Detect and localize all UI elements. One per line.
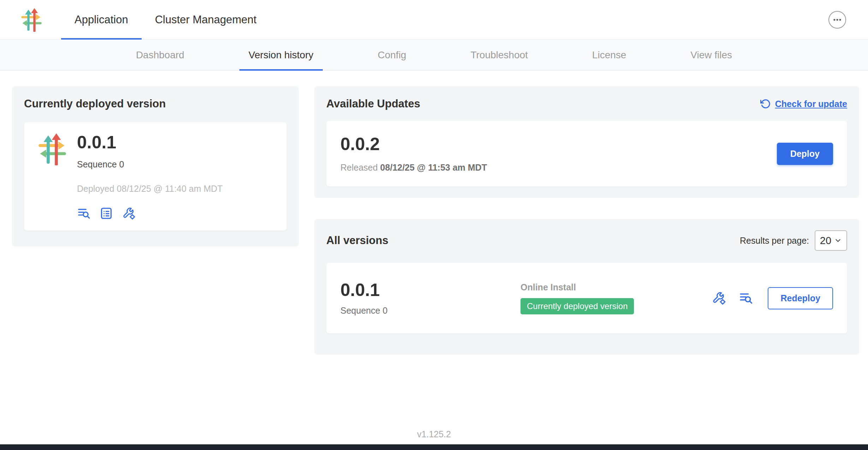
current-version-number: 0.0.1 xyxy=(77,133,223,152)
check-for-update-link[interactable]: Check for update xyxy=(760,99,847,109)
results-per-page-value: 20 xyxy=(820,235,831,247)
current-version-details: 0.0.1 Sequence 0 Deployed 08/12/25 @ 11:… xyxy=(77,133,223,220)
version-row-actions: Redeploy xyxy=(712,287,833,309)
current-version-panel: 0.0.1 Sequence 0 Deployed 08/12/25 @ 11:… xyxy=(24,122,287,231)
tab-license-label: License xyxy=(592,49,626,61)
all-versions-title: All versions xyxy=(326,234,388,247)
released-date: 08/12/25 @ 11:53 am MDT xyxy=(380,162,487,172)
config-wrench-icon xyxy=(712,291,726,305)
current-version-actions xyxy=(77,207,223,220)
tab-version-history-label: Version history xyxy=(249,49,314,61)
top-tab-application[interactable]: Application xyxy=(61,0,142,39)
version-row-status: Online Install Currently deployed versio… xyxy=(521,282,712,314)
ellipsis-icon xyxy=(832,15,842,25)
preflight-checks-button[interactable] xyxy=(100,207,113,220)
left-column: Currently deployed version xyxy=(12,86,299,247)
update-released-date: Released 08/12/25 @ 11:53 am MDT xyxy=(340,162,487,173)
install-type-label: Online Install xyxy=(521,282,712,292)
top-tab-cluster-management-label: Cluster Management xyxy=(155,13,257,26)
available-updates-card: Available Updates Check for update 0.0.2… xyxy=(314,86,859,198)
tab-dashboard-label: Dashboard xyxy=(136,49,184,61)
config-wrench-icon xyxy=(122,207,136,220)
update-details: 0.0.2 Released 08/12/25 @ 11:53 am MDT xyxy=(340,135,487,173)
tab-view-files[interactable]: View files xyxy=(681,40,741,70)
right-column: Available Updates Check for update 0.0.2… xyxy=(314,86,859,355)
version-row-number: 0.0.1 xyxy=(340,280,521,300)
tab-troubleshoot[interactable]: Troubleshoot xyxy=(461,40,537,70)
app-version-logo-icon xyxy=(36,133,69,165)
top-nav: Application Cluster Management xyxy=(0,0,868,40)
tab-license[interactable]: License xyxy=(583,40,636,70)
version-row-info: 0.0.1 Sequence 0 xyxy=(340,280,521,316)
redeploy-button[interactable]: Redeploy xyxy=(768,287,833,309)
more-menu-button[interactable] xyxy=(828,11,846,29)
release-notes-icon xyxy=(739,291,753,305)
page: Application Cluster Management Dashboard… xyxy=(0,0,868,450)
version-row-sequence: Sequence 0 xyxy=(340,306,521,316)
results-per-page-label: Results per page: xyxy=(740,236,809,246)
bottom-bar xyxy=(0,444,868,450)
tab-dashboard[interactable]: Dashboard xyxy=(127,40,194,70)
row-release-notes-button[interactable] xyxy=(739,291,753,305)
currently-deployed-card: Currently deployed version xyxy=(12,86,299,247)
tab-version-history[interactable]: Version history xyxy=(239,40,323,70)
sub-nav: Dashboard Version history Config Trouble… xyxy=(0,40,868,71)
currently-deployed-title: Currently deployed version xyxy=(24,97,287,110)
release-notes-button[interactable] xyxy=(77,207,90,220)
results-per-page-group: Results per page: 20 xyxy=(740,230,847,251)
tab-config-label: Config xyxy=(378,49,406,61)
available-updates-header: Available Updates Check for update xyxy=(326,97,847,110)
top-tab-application-label: Application xyxy=(75,13,128,26)
row-edit-config-button[interactable] xyxy=(712,291,726,305)
top-tab-cluster-management[interactable]: Cluster Management xyxy=(142,0,270,39)
refresh-icon xyxy=(760,99,771,109)
edit-config-button[interactable] xyxy=(122,207,136,220)
version-row: 0.0.1 Sequence 0 Online Install Currentl… xyxy=(326,263,847,333)
update-row: 0.0.2 Released 08/12/25 @ 11:53 am MDT D… xyxy=(326,121,847,186)
deploy-button[interactable]: Deploy xyxy=(777,143,833,165)
update-version-number: 0.0.2 xyxy=(340,135,487,154)
top-nav-spacer xyxy=(270,0,828,39)
current-version-sequence: Sequence 0 xyxy=(77,159,223,170)
results-per-page-select[interactable]: 20 xyxy=(815,230,847,251)
currently-deployed-badge: Currently deployed version xyxy=(521,298,634,314)
tab-troubleshoot-label: Troubleshoot xyxy=(470,49,528,61)
available-updates-title: Available Updates xyxy=(326,97,420,110)
chevron-down-icon xyxy=(834,237,842,244)
release-notes-icon xyxy=(77,207,90,220)
main-content: Currently deployed version xyxy=(0,71,868,355)
all-versions-header: All versions Results per page: 20 xyxy=(326,230,847,251)
all-versions-card: All versions Results per page: 20 0.0. xyxy=(314,219,859,355)
tab-view-files-label: View files xyxy=(690,49,732,61)
released-prefix: Released xyxy=(340,162,378,172)
console-version-label: v1.125.2 xyxy=(0,429,868,439)
preflight-checks-icon xyxy=(100,207,113,220)
check-for-update-label: Check for update xyxy=(775,99,847,109)
current-version-deployed-date: Deployed 08/12/25 @ 11:40 am MDT xyxy=(77,184,223,194)
app-logo-icon xyxy=(19,8,43,32)
tab-config[interactable]: Config xyxy=(369,40,416,70)
